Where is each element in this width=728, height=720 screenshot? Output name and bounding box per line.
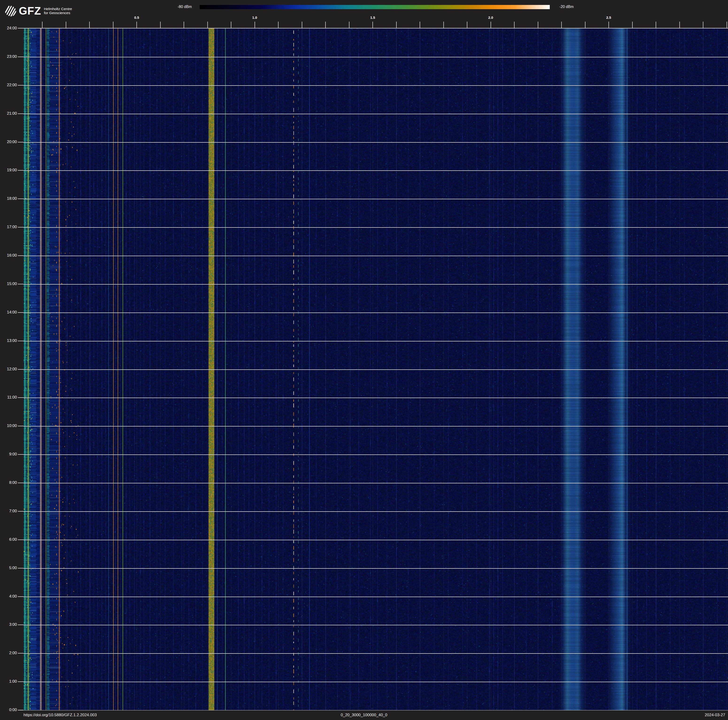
time-label: 16:00 xyxy=(0,253,17,258)
gfz-logo: GFZ Helmholtz Centre for Geosciences xyxy=(5,4,72,17)
time-tick xyxy=(18,142,23,142)
freq-tick xyxy=(656,21,656,28)
freq-tick xyxy=(467,21,467,28)
freq-tick xyxy=(420,21,420,28)
time-tick xyxy=(18,85,23,86)
footer-doi: https://doi.org/10.5880/GFZ.1.2.2024.003 xyxy=(23,713,97,717)
time-label: 5:00 xyxy=(0,565,17,570)
freq-tick xyxy=(325,21,326,28)
time-label: 15:00 xyxy=(0,282,17,286)
time-label: 11:00 xyxy=(0,395,17,400)
time-label: 14:00 xyxy=(0,310,17,315)
time-label: 2:00 xyxy=(0,651,17,656)
time-label: 18:00 xyxy=(0,196,17,201)
time-tick xyxy=(18,341,23,341)
freq-tick-label: 1.5 xyxy=(366,15,380,20)
freq-tick xyxy=(302,21,302,28)
freq-tick xyxy=(585,21,586,28)
freq-tick xyxy=(396,21,397,28)
colorbar-gradient xyxy=(200,5,550,9)
time-tick xyxy=(18,284,23,284)
freq-tick xyxy=(207,21,208,28)
time-label: 24:00 xyxy=(0,26,17,31)
time-label: 21:00 xyxy=(0,111,17,116)
time-tick xyxy=(18,454,23,455)
freq-tick-label: 2.0 xyxy=(484,15,498,20)
time-tick xyxy=(18,312,23,313)
time-tick xyxy=(18,682,23,682)
time-label: 13:00 xyxy=(0,339,17,343)
time-label: 22:00 xyxy=(0,83,17,87)
time-label: 6:00 xyxy=(0,537,17,542)
freq-tick xyxy=(514,21,514,28)
freq-tick xyxy=(136,21,137,28)
spectrogram-page: GFZ Helmholtz Centre for Geosciences -80… xyxy=(0,0,728,720)
freq-tick xyxy=(632,21,633,28)
freq-tick xyxy=(113,21,113,28)
freq-tick xyxy=(444,21,444,28)
time-tick xyxy=(18,57,23,57)
freq-tick xyxy=(231,21,231,28)
freq-tick xyxy=(89,21,90,28)
time-tick xyxy=(18,256,23,256)
time-label: 1:00 xyxy=(0,679,17,684)
time-label: 17:00 xyxy=(0,225,17,229)
time-tick xyxy=(18,426,23,426)
freq-tick xyxy=(726,21,727,28)
freq-tick xyxy=(349,21,349,28)
time-tick xyxy=(18,483,23,483)
colorbar-max-label: -20 dBm xyxy=(560,5,574,9)
freq-tick xyxy=(372,21,373,28)
gfz-logo-text: GFZ xyxy=(19,5,41,16)
time-label: 3:00 xyxy=(0,622,17,627)
time-tick xyxy=(18,539,23,540)
freq-tick xyxy=(184,21,184,28)
freq-tick xyxy=(66,21,66,28)
time-tick xyxy=(18,113,23,114)
freq-tick-label: 1.0 xyxy=(248,15,262,20)
footer-date: 2024-03-27 xyxy=(705,713,725,717)
time-tick xyxy=(18,625,23,625)
time-label: 23:00 xyxy=(0,54,17,59)
gfz-logo-subtitle: Helmholtz Centre for Geosciences xyxy=(44,7,72,15)
time-tick xyxy=(18,199,23,199)
freq-tick xyxy=(42,21,43,28)
freq-tick xyxy=(278,21,278,28)
time-label: 12:00 xyxy=(0,367,17,372)
time-tick xyxy=(18,170,23,171)
time-label: 0:00 xyxy=(0,708,17,712)
freq-tick-label: 0.5 xyxy=(130,15,144,20)
freq-tick-label: 2.5 xyxy=(602,15,616,20)
gfz-logo-icon xyxy=(5,5,17,17)
freq-tick xyxy=(703,21,704,28)
time-label: 9:00 xyxy=(0,452,17,457)
time-label: 4:00 xyxy=(0,594,17,599)
spectrogram-canvas xyxy=(23,28,728,710)
freq-tick xyxy=(679,21,680,28)
time-label: 10:00 xyxy=(0,423,17,428)
freq-tick xyxy=(561,21,562,28)
colorbar-min-label: -80 dBm xyxy=(177,5,192,9)
time-tick xyxy=(18,653,23,654)
freq-tick xyxy=(255,21,255,28)
time-tick xyxy=(18,511,23,512)
time-tick xyxy=(18,568,23,568)
freq-tick xyxy=(538,21,538,28)
logo-subtitle-line1: Helmholtz Centre xyxy=(44,7,72,11)
time-label: 20:00 xyxy=(0,139,17,144)
freq-tick xyxy=(609,21,609,28)
time-tick xyxy=(18,369,23,370)
time-label: 19:00 xyxy=(0,168,17,173)
time-label: 8:00 xyxy=(0,480,17,485)
footer-params: 0_20_3000_100000_40_0 xyxy=(341,713,387,717)
freq-tick xyxy=(160,21,161,28)
time-tick xyxy=(18,227,23,227)
time-tick xyxy=(18,596,23,597)
freq-tick xyxy=(491,21,491,28)
time-label: 7:00 xyxy=(0,509,17,513)
time-tick xyxy=(18,397,23,398)
logo-subtitle-line2: for Geosciences xyxy=(44,11,72,15)
